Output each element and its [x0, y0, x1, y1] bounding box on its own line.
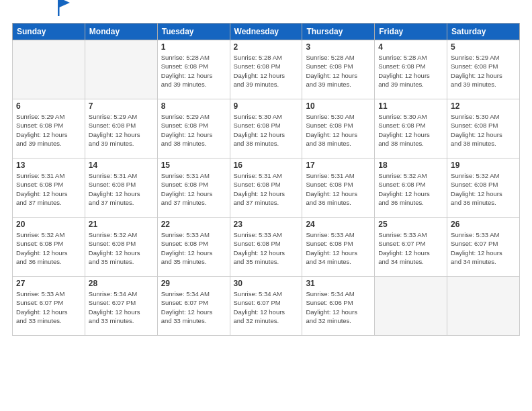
day-detail: Sunrise: 5:30 AMSunset: 6:08 PMDaylight:… [306, 112, 371, 148]
calendar-cell: 4Sunrise: 5:28 AMSunset: 6:08 PMDaylight… [375, 40, 447, 99]
calendar-cell: 20Sunrise: 5:32 AMSunset: 6:08 PMDayligh… [13, 218, 85, 277]
day-detail: Sunrise: 5:33 AMSunset: 6:07 PMDaylight:… [16, 289, 81, 325]
weekday-header-tuesday: Tuesday [157, 24, 230, 40]
day-number: 13 [16, 161, 81, 170]
calendar-cell [447, 277, 520, 336]
day-detail: Sunrise: 5:30 AMSunset: 6:08 PMDaylight:… [451, 112, 516, 148]
calendar-cell: 23Sunrise: 5:33 AMSunset: 6:08 PMDayligh… [230, 218, 302, 277]
weekday-header-friday: Friday [375, 24, 447, 40]
day-detail: Sunrise: 5:33 AMSunset: 6:08 PMDaylight:… [306, 230, 371, 266]
day-detail: Sunrise: 5:33 AMSunset: 6:08 PMDaylight:… [161, 230, 226, 266]
day-detail: Sunrise: 5:33 AMSunset: 6:07 PMDaylight:… [378, 230, 443, 266]
day-detail: Sunrise: 5:33 AMSunset: 6:07 PMDaylight:… [451, 230, 516, 266]
calendar-cell: 7Sunrise: 5:29 AMSunset: 6:08 PMDaylight… [85, 99, 157, 158]
svg-marker-0 [58, 0, 70, 8]
calendar-cell: 13Sunrise: 5:31 AMSunset: 6:08 PMDayligh… [13, 158, 85, 218]
day-number: 22 [161, 220, 226, 229]
day-detail: Sunrise: 5:32 AMSunset: 6:08 PMDaylight:… [16, 230, 81, 266]
day-number: 19 [451, 161, 516, 170]
day-number: 20 [16, 220, 81, 229]
day-detail: Sunrise: 5:30 AMSunset: 6:08 PMDaylight:… [378, 112, 443, 148]
day-number: 3 [306, 42, 371, 52]
calendar-cell: 31Sunrise: 5:34 AMSunset: 6:06 PMDayligh… [302, 277, 375, 336]
day-number: 8 [161, 101, 226, 111]
day-number: 16 [234, 161, 299, 170]
day-detail: Sunrise: 5:33 AMSunset: 6:08 PMDaylight:… [234, 230, 299, 266]
weekday-header-sunday: Sunday [13, 24, 85, 40]
day-detail: Sunrise: 5:31 AMSunset: 6:08 PMDaylight:… [234, 171, 299, 207]
calendar-cell: 30Sunrise: 5:34 AMSunset: 6:07 PMDayligh… [230, 277, 302, 336]
calendar-week-5: 27Sunrise: 5:33 AMSunset: 6:07 PMDayligh… [13, 277, 520, 336]
day-number: 21 [89, 220, 154, 229]
day-detail: Sunrise: 5:28 AMSunset: 6:08 PMDaylight:… [306, 53, 371, 89]
page: SundayMondayTuesdayWednesdayThursdayFrid… [0, 0, 532, 411]
day-number: 2 [234, 42, 299, 52]
day-detail: Sunrise: 5:30 AMSunset: 6:08 PMDaylight:… [234, 112, 299, 148]
day-number: 18 [378, 161, 443, 170]
calendar-cell: 15Sunrise: 5:31 AMSunset: 6:08 PMDayligh… [157, 158, 230, 218]
calendar-cell: 27Sunrise: 5:33 AMSunset: 6:07 PMDayligh… [13, 277, 85, 336]
day-detail: Sunrise: 5:28 AMSunset: 6:08 PMDaylight:… [161, 53, 226, 89]
day-number: 12 [451, 101, 516, 111]
day-detail: Sunrise: 5:34 AMSunset: 6:07 PMDaylight:… [161, 289, 226, 325]
day-number: 1 [161, 42, 226, 52]
day-number: 11 [378, 101, 443, 111]
calendar-cell: 5Sunrise: 5:29 AMSunset: 6:08 PMDaylight… [447, 40, 520, 99]
day-number: 9 [234, 101, 299, 111]
weekday-header-monday: Monday [85, 24, 157, 40]
day-number: 26 [451, 220, 516, 229]
day-detail: Sunrise: 5:32 AMSunset: 6:08 PMDaylight:… [89, 230, 154, 266]
calendar-cell [375, 277, 447, 336]
calendar-cell [13, 40, 85, 99]
header [12, 12, 520, 16]
day-detail: Sunrise: 5:32 AMSunset: 6:08 PMDaylight:… [378, 171, 443, 207]
calendar-cell: 12Sunrise: 5:30 AMSunset: 6:08 PMDayligh… [447, 99, 520, 158]
day-number: 15 [161, 161, 226, 170]
day-number: 25 [378, 220, 443, 229]
calendar-cell: 22Sunrise: 5:33 AMSunset: 6:08 PMDayligh… [157, 218, 230, 277]
calendar-cell: 11Sunrise: 5:30 AMSunset: 6:08 PMDayligh… [375, 99, 447, 158]
day-number: 24 [306, 220, 371, 229]
day-detail: Sunrise: 5:28 AMSunset: 6:08 PMDaylight:… [234, 53, 299, 89]
svg-rect-1 [58, 0, 60, 16]
day-number: 7 [89, 101, 154, 111]
day-detail: Sunrise: 5:29 AMSunset: 6:08 PMDaylight:… [161, 112, 226, 148]
calendar-table: SundayMondayTuesdayWednesdayThursdayFrid… [12, 23, 520, 336]
day-number: 4 [378, 42, 443, 52]
day-number: 23 [234, 220, 299, 229]
calendar-cell: 24Sunrise: 5:33 AMSunset: 6:08 PMDayligh… [302, 218, 375, 277]
calendar-cell: 19Sunrise: 5:32 AMSunset: 6:08 PMDayligh… [447, 158, 520, 218]
weekday-header-wednesday: Wednesday [230, 24, 302, 40]
calendar-week-4: 20Sunrise: 5:32 AMSunset: 6:08 PMDayligh… [13, 218, 520, 277]
calendar-week-2: 6Sunrise: 5:29 AMSunset: 6:08 PMDaylight… [13, 99, 520, 158]
day-number: 28 [89, 279, 154, 288]
day-number: 10 [306, 101, 371, 111]
calendar-cell: 3Sunrise: 5:28 AMSunset: 6:08 PMDaylight… [302, 40, 375, 99]
day-detail: Sunrise: 5:34 AMSunset: 6:07 PMDaylight:… [234, 289, 299, 325]
day-detail: Sunrise: 5:29 AMSunset: 6:08 PMDaylight:… [16, 112, 81, 148]
day-detail: Sunrise: 5:31 AMSunset: 6:08 PMDaylight:… [16, 171, 81, 207]
day-number: 14 [89, 161, 154, 170]
calendar-cell [85, 40, 157, 99]
calendar-cell: 10Sunrise: 5:30 AMSunset: 6:08 PMDayligh… [302, 99, 375, 158]
calendar-week-3: 13Sunrise: 5:31 AMSunset: 6:08 PMDayligh… [13, 158, 520, 218]
day-number: 6 [16, 101, 81, 111]
calendar-cell: 1Sunrise: 5:28 AMSunset: 6:08 PMDaylight… [157, 40, 230, 99]
day-detail: Sunrise: 5:32 AMSunset: 6:08 PMDaylight:… [451, 171, 516, 207]
day-number: 31 [306, 279, 371, 288]
calendar-cell: 2Sunrise: 5:28 AMSunset: 6:08 PMDaylight… [230, 40, 302, 99]
day-number: 17 [306, 161, 371, 170]
weekday-header-row: SundayMondayTuesdayWednesdayThursdayFrid… [13, 24, 520, 40]
day-number: 30 [234, 279, 299, 288]
calendar-cell: 8Sunrise: 5:29 AMSunset: 6:08 PMDaylight… [157, 99, 230, 158]
day-detail: Sunrise: 5:29 AMSunset: 6:08 PMDaylight:… [451, 53, 516, 89]
weekday-header-saturday: Saturday [447, 24, 520, 40]
calendar-cell: 14Sunrise: 5:31 AMSunset: 6:08 PMDayligh… [85, 158, 157, 218]
day-number: 29 [161, 279, 226, 288]
day-detail: Sunrise: 5:34 AMSunset: 6:07 PMDaylight:… [89, 289, 154, 325]
day-number: 5 [451, 42, 516, 52]
day-detail: Sunrise: 5:31 AMSunset: 6:08 PMDaylight:… [89, 171, 154, 207]
day-number: 27 [16, 279, 81, 288]
day-detail: Sunrise: 5:29 AMSunset: 6:08 PMDaylight:… [89, 112, 154, 148]
calendar-cell: 29Sunrise: 5:34 AMSunset: 6:07 PMDayligh… [157, 277, 230, 336]
